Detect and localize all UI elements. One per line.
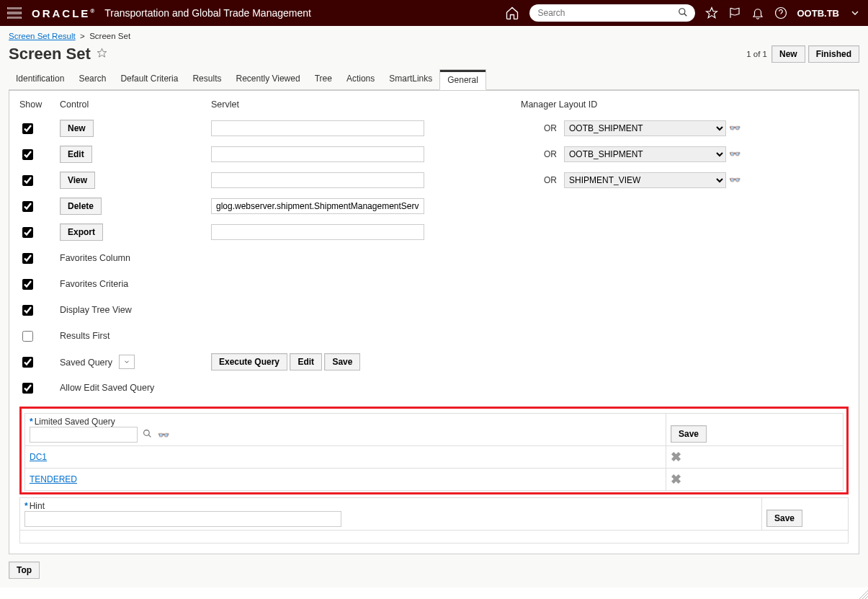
svg-rect-0 (7, 7, 22, 9)
glasses-icon[interactable]: 👓 (729, 123, 741, 133)
general-panel: Show Control Servlet Manager Layout ID N… (9, 90, 859, 554)
svg-point-3 (679, 8, 684, 14)
finished-button[interactable]: Finished (808, 45, 859, 63)
tab-bar: IdentificationSearchDefault CriteriaResu… (9, 69, 859, 90)
svg-rect-1 (7, 12, 22, 14)
tab-recently-viewed[interactable]: Recently Viewed (228, 69, 307, 89)
col-mgr: Manager Layout ID (521, 99, 597, 110)
col-show: Show (19, 99, 60, 110)
limited-query-input[interactable] (30, 427, 138, 443)
tab-results[interactable]: Results (185, 69, 228, 89)
limited-save-button[interactable]: Save (671, 425, 707, 443)
save-query-button[interactable]: Save (324, 353, 360, 371)
servlet-input-4[interactable] (211, 224, 424, 240)
or-label: OR (521, 149, 564, 159)
svg-point-8 (144, 430, 150, 435)
brand-logo: ORACLE® (32, 7, 94, 19)
top-button[interactable]: Top (9, 562, 40, 579)
flag-icon[interactable] (728, 6, 741, 19)
glasses-icon[interactable]: 👓 (729, 148, 741, 159)
servlet-input-0[interactable] (211, 120, 424, 136)
label-favorites-criteria: Favorites Criteria (60, 279, 128, 289)
breadcrumb-current: Screen Set (89, 32, 130, 40)
or-label: OR (521, 175, 564, 185)
check-show-view[interactable] (22, 175, 33, 186)
hint-save-button[interactable]: Save (766, 510, 802, 527)
breadcrumb: Screen Set Result > Screen Set (9, 32, 859, 40)
breadcrumb-link[interactable]: Screen Set Result (9, 32, 76, 40)
delete-icon[interactable]: ✖ (671, 450, 681, 464)
global-search[interactable] (529, 4, 695, 22)
app-header: ORACLE® Transportation and Global Trade … (0, 0, 868, 26)
mgr-select-0[interactable]: OOTB_SHIPMENT (564, 120, 726, 136)
check-show-delete[interactable] (22, 201, 33, 212)
menu-icon[interactable] (7, 7, 22, 19)
edit-control-button[interactable]: Edit (60, 146, 92, 163)
new-control-button[interactable]: New (60, 120, 94, 137)
execute-query-button[interactable]: Execute Query (211, 353, 287, 371)
check-saved-query[interactable] (22, 357, 33, 368)
check-favorites-column[interactable] (22, 253, 33, 264)
lookup-icon[interactable] (143, 430, 155, 440)
check-show-new[interactable] (22, 123, 33, 134)
view-control-button[interactable]: View (60, 172, 95, 189)
or-label: OR (521, 123, 564, 133)
col-control: Control (60, 99, 211, 110)
tab-actions[interactable]: Actions (339, 69, 382, 89)
hint-section: *Hint Save (19, 497, 849, 543)
label-favorites-column: Favorites Column (60, 253, 130, 263)
check-results-first[interactable] (22, 331, 33, 342)
favorite-star-icon[interactable] (97, 48, 107, 61)
export-control-button[interactable]: Export (60, 223, 103, 241)
servlet-input-3[interactable] (211, 198, 424, 214)
delete-control-button[interactable]: Delete (60, 198, 102, 215)
hint-input[interactable] (24, 511, 341, 527)
check-show-export[interactable] (22, 227, 33, 238)
limited-item-tendered[interactable]: TENDERED (30, 474, 77, 484)
chevron-down-icon[interactable] (849, 7, 861, 19)
check-favorites-criteria[interactable] (22, 279, 33, 290)
tab-search[interactable]: Search (71, 69, 113, 89)
svg-marker-7 (97, 48, 107, 57)
tab-default-criteria[interactable]: Default Criteria (113, 69, 185, 89)
tab-tree[interactable]: Tree (308, 69, 339, 89)
label-results-first: Results First (60, 331, 109, 341)
check-allow-edit[interactable] (22, 383, 33, 394)
help-icon[interactable] (774, 6, 787, 19)
record-count: 1 of 1 (746, 50, 767, 58)
tab-smartlinks[interactable]: SmartLinks (382, 69, 439, 89)
home-icon[interactable] (505, 6, 519, 20)
col-servlet: Servlet (211, 99, 521, 110)
tab-identification[interactable]: Identification (9, 69, 71, 89)
edit-query-button[interactable]: Edit (290, 353, 322, 371)
tab-general[interactable]: General (439, 69, 486, 90)
limited-title: Limited Saved Query (35, 417, 115, 427)
servlet-input-1[interactable] (211, 146, 424, 162)
bell-icon[interactable] (751, 6, 764, 19)
glasses-icon[interactable]: 👓 (729, 174, 741, 185)
mgr-select-1[interactable]: OOTB_SHIPMENT (564, 146, 726, 162)
user-name[interactable]: OOTB.TB (797, 8, 840, 19)
check-display-tree-view[interactable] (22, 305, 33, 316)
glasses-icon[interactable]: 👓 (158, 430, 169, 440)
hint-title: Hint (30, 501, 45, 511)
limited-saved-query-section: *Limited Saved Query 👓 Save DC1✖TENDERED… (19, 407, 849, 494)
mgr-select-2[interactable]: SHIPMENT_VIEW (564, 172, 726, 188)
page-title: Screen Set (9, 45, 91, 63)
svg-rect-2 (7, 17, 22, 19)
svg-line-4 (684, 13, 686, 16)
search-input[interactable] (537, 7, 678, 19)
label-display-tree-view: Display Tree View (60, 305, 132, 315)
svg-line-9 (148, 435, 151, 437)
saved-query-dropdown[interactable] (119, 355, 135, 369)
delete-icon[interactable]: ✖ (671, 472, 681, 487)
app-title: Transportation and Global Trade Manageme… (104, 7, 311, 19)
label-saved-query: Saved Query (60, 358, 112, 368)
label-allow-edit: Allow Edit Saved Query (60, 383, 154, 393)
check-show-edit[interactable] (22, 149, 33, 160)
star-icon[interactable] (705, 6, 718, 19)
servlet-input-2[interactable] (211, 172, 424, 188)
search-icon[interactable] (678, 7, 688, 19)
limited-item-dc1[interactable]: DC1 (30, 452, 47, 462)
new-button[interactable]: New (771, 45, 805, 63)
